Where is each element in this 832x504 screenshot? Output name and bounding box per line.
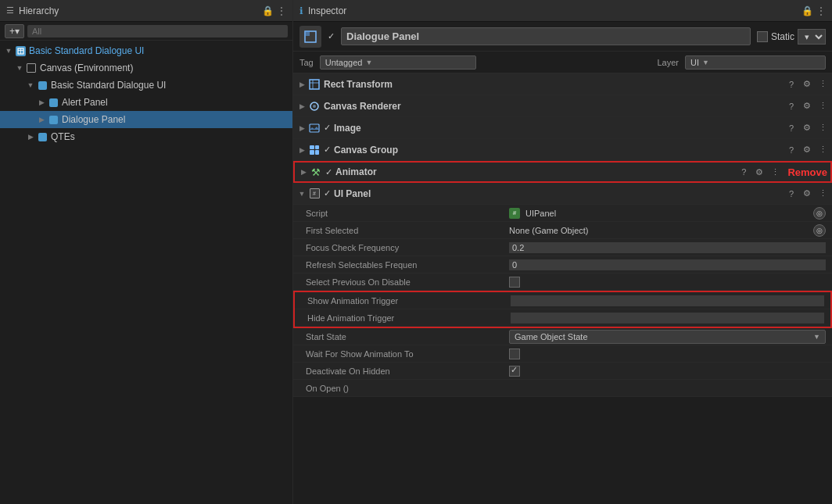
more-icon[interactable]: ⋮ <box>816 122 829 134</box>
tree-label-basic-inner: Basic Standard Dialogue UI <box>51 80 166 91</box>
tree-item-qtes[interactable]: ▶ QTEs <box>0 128 292 145</box>
inspector-more-icon[interactable]: ⋮ <box>816 5 826 16</box>
script-row: Script # UIPanel ◎ <box>293 205 832 222</box>
start-state-label: Start State <box>306 332 509 341</box>
tree-label-canvas: Canvas (Environment) <box>40 63 133 73</box>
component-image[interactable]: ▶ ✓ Image ? ⚙ ⋮ <box>293 117 832 139</box>
refresh-value[interactable] <box>509 259 826 270</box>
more-icon[interactable]: ⋮ <box>277 5 286 16</box>
animator-actions: ? ⚙ ⋮ <box>737 166 781 178</box>
inspector-panel: ℹ Inspector 🔒 ⋮ ✓ Static ▾ <box>293 0 832 504</box>
refresh-input[interactable] <box>509 259 826 270</box>
help-icon[interactable]: ? <box>785 144 798 156</box>
tree-item-basic-root[interactable]: ▼ Basic Standard Dialogue UI <box>0 42 292 59</box>
tree-item-canvas-env[interactable]: ▼ Canvas (Environment) <box>0 59 292 77</box>
cube-small-icon <box>36 79 48 91</box>
tree-label-qtes: QTEs <box>51 131 75 142</box>
settings-icon[interactable]: ⚙ <box>801 188 813 200</box>
layer-dropdown-arrow: ▼ <box>702 59 709 66</box>
canvas-renderer-label: Canvas Renderer <box>324 101 785 112</box>
settings-icon[interactable]: ⚙ <box>801 122 813 134</box>
tree-item-basic-inner[interactable]: ▼ Basic Standard Dialogue UI <box>0 77 292 94</box>
ui-panel-check[interactable]: ✓ <box>324 188 331 198</box>
more-icon[interactable]: ⋮ <box>816 188 829 200</box>
tree-label-dialogue: Dialogue Panel <box>62 114 125 125</box>
svg-point-9 <box>313 105 316 108</box>
component-ui-panel[interactable]: ▼ # ✓ UI Panel ? ⚙ ⋮ <box>293 183 832 205</box>
more-icon[interactable]: ⋮ <box>816 100 829 113</box>
help-icon[interactable]: ? <box>737 166 750 178</box>
animator-expand[interactable]: ▶ <box>298 168 309 176</box>
show-trigger-input[interactable] <box>511 295 824 306</box>
component-canvas-renderer[interactable]: ▶ Canvas Renderer ? ⚙ ⋮ <box>293 95 832 117</box>
component-rect-transform[interactable]: ▶ Rect Transform ? ⚙ ⋮ <box>293 73 832 95</box>
deactivate-label: Deactivate On Hidden <box>306 366 509 376</box>
help-icon[interactable]: ? <box>785 188 798 200</box>
hierarchy-actions: 🔒 ⋮ <box>262 5 286 16</box>
image-actions: ? ⚙ ⋮ <box>785 122 829 134</box>
show-trigger-label: Show Animation Trigger <box>307 296 511 306</box>
refresh-label: Refresh Selectables Frequen <box>306 260 509 270</box>
image-label: Image <box>334 123 785 134</box>
script-target-btn[interactable]: ◎ <box>813 207 826 220</box>
object-name-input[interactable] <box>341 27 751 45</box>
add-button[interactable]: +▾ <box>5 24 24 38</box>
image-check[interactable]: ✓ <box>324 123 331 133</box>
deactivate-checkbox[interactable] <box>509 366 520 377</box>
layer-dropdown[interactable]: UI ▼ <box>685 55 826 70</box>
rect-expand[interactable]: ▶ <box>296 80 307 88</box>
settings-icon[interactable]: ⚙ <box>753 166 766 178</box>
settings-icon[interactable]: ⚙ <box>801 144 813 156</box>
inspector-lock-icon[interactable]: 🔒 <box>802 5 813 16</box>
start-state-dropdown[interactable]: Game Object State ▼ <box>509 330 826 344</box>
select-prev-checkbox[interactable] <box>509 277 520 288</box>
svg-rect-4 <box>305 31 310 36</box>
rect-transform-icon <box>307 77 321 91</box>
script-icon: # <box>509 208 520 219</box>
help-icon[interactable]: ? <box>785 100 798 113</box>
hide-trigger-value[interactable] <box>511 313 824 323</box>
more-icon[interactable]: ⋮ <box>816 144 829 156</box>
select-prev-row: Select Previous On Disable <box>293 273 832 291</box>
rect-transform-label: Rect Transform <box>324 79 785 90</box>
more-icon[interactable]: ⋮ <box>769 166 781 178</box>
wait-show-checkbox[interactable] <box>509 349 520 359</box>
help-icon[interactable]: ? <box>785 78 798 91</box>
settings-icon[interactable]: ⚙ <box>801 100 813 113</box>
tree-item-dialogue[interactable]: ▶ Dialogue Panel <box>0 111 292 128</box>
first-selected-target[interactable]: ◎ <box>813 224 826 237</box>
hide-trigger-label: Hide Animation Trigger <box>307 313 511 323</box>
tree-item-alert[interactable]: ▶ Alert Panel <box>0 94 292 111</box>
component-canvas-group[interactable]: ▶ ✓ Canvas Group ? ⚙ ⋮ <box>293 139 832 161</box>
inspector-actions: 🔒 ⋮ <box>802 5 826 16</box>
focus-check-value[interactable] <box>509 242 826 253</box>
canvas-renderer-expand[interactable]: ▶ <box>296 102 307 110</box>
canvas-group-icon <box>307 143 321 157</box>
image-expand[interactable]: ▶ <box>296 124 307 132</box>
more-icon[interactable]: ⋮ <box>816 78 829 91</box>
lock-icon[interactable]: 🔒 <box>262 5 274 16</box>
focus-check-input[interactable] <box>509 242 826 253</box>
canvas-group-check[interactable]: ✓ <box>324 145 331 155</box>
search-input[interactable] <box>27 25 288 38</box>
select-prev-value <box>509 277 826 288</box>
expand-arrow: ▼ <box>25 81 36 89</box>
tag-layer-row: Tag Untagged ▼ Layer UI ▼ <box>293 52 832 73</box>
active-checkbox[interactable]: ✓ <box>328 31 335 41</box>
image-icon <box>307 121 321 135</box>
ui-panel-expand[interactable]: ▼ <box>296 190 307 198</box>
canvas-group-expand[interactable]: ▶ <box>296 146 307 154</box>
hide-trigger-input[interactable] <box>511 313 824 323</box>
static-checkbox[interactable] <box>757 31 768 42</box>
component-animator[interactable]: ▶ ⚒ ✓ Animator ? ⚙ ⋮ Remove <box>293 161 832 183</box>
settings-icon[interactable]: ⚙ <box>801 78 813 91</box>
help-icon[interactable]: ? <box>785 122 798 134</box>
animator-check[interactable]: ✓ <box>325 167 332 177</box>
deactivate-row: Deactivate On Hidden <box>293 363 832 380</box>
tag-dropdown[interactable]: Untagged ▼ <box>320 55 476 70</box>
static-row: Static ▾ <box>757 29 826 45</box>
canvas-group-actions: ? ⚙ ⋮ <box>785 144 829 156</box>
static-dropdown[interactable]: ▾ <box>798 29 826 45</box>
expand-arrow: ▼ <box>3 47 14 55</box>
show-trigger-value[interactable] <box>511 295 824 306</box>
